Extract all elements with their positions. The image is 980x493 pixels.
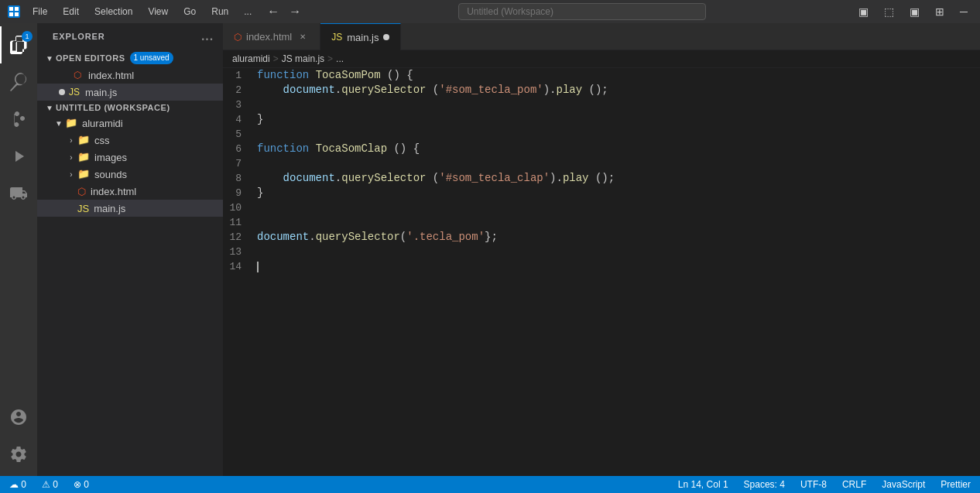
tree-folder-images[interactable]: › 📁 images [37,149,223,166]
tab-bar: ⬡ index.html ✕ JS main.js [223,23,980,50]
menu-more[interactable]: ... [238,5,258,19]
layout-sidebar-left-icon[interactable]: ▣ [854,4,873,19]
line-content: document.querySelector ('#som_tecla_clap… [254,171,980,186]
menu-go[interactable]: Go [177,5,202,19]
menu-view[interactable]: View [142,5,174,19]
open-editor-index-html[interactable]: ⬡ index.html [37,67,223,84]
line-content [254,127,980,142]
breadcrumb-root[interactable]: aluramidi [232,53,270,64]
status-errors[interactable]: ⊗ 0 [70,479,92,490]
nav-forward-button[interactable]: → [286,5,304,19]
line-number: 8 [223,171,254,186]
tree-file-index-html[interactable]: ⬡ index.html [37,183,223,200]
status-language[interactable]: JavaScript [879,479,928,490]
close-window-button[interactable]: ─ [955,4,972,19]
line-number: 2 [223,83,254,98]
code-line-10: 10 [223,200,980,215]
titlebar: File Edit Selection View Go Run ... ← → … [0,0,980,23]
nav-back-button[interactable]: ← [264,5,283,19]
open-editors-badge: 1 unsaved [130,52,173,64]
status-line-col[interactable]: Ln 14, Col 1 [675,479,732,490]
unsaved-indicator [59,89,65,95]
breadcrumb-symbol[interactable]: ... [336,53,344,64]
code-line-12: 12document.querySelector('.tecla_pom'}; [223,230,980,245]
folder-css-icon: 📁 [77,134,90,146]
sidebar-more-button[interactable]: ... [201,29,214,43]
open-editor-main-js-label: main.js [85,87,117,98]
code-line-4: 4} [223,112,980,127]
menu-file[interactable]: File [26,5,53,19]
line-number: 10 [223,200,254,215]
code-line-14: 14 [223,259,980,274]
tree-folder-css[interactable]: › 📁 css [37,132,223,149]
section-open-editors[interactable]: ▼ OPEN EDITORS 1 unsaved [37,50,223,67]
code-line-9: 9} [223,186,980,200]
tab-unsaved-dot [383,34,389,40]
activity-account[interactable] [0,399,37,436]
code-line-5: 5 [223,127,980,142]
text-cursor [257,262,259,272]
menu-selection[interactable]: Selection [88,5,139,19]
tab-js-icon: JS [331,32,342,43]
status-git[interactable]: ☁ 0 [6,479,29,490]
section-workspace-arrow: ▼ [43,104,56,112]
breadcrumb-file[interactable]: JS main.js [282,53,324,64]
tree-folder-css-label: css [94,135,110,146]
tab-html-icon: ⬡ [234,32,242,43]
html-file-icon: ⬡ [71,69,84,81]
activity-extensions[interactable] [0,175,37,212]
search-input[interactable] [458,3,706,20]
layout-panel-icon[interactable]: ⬚ [879,4,899,19]
activity-run-debug[interactable] [0,138,37,175]
tree-js-icon: JS [77,203,89,214]
folder-icon: 📁 [65,117,77,129]
activity-search[interactable] [0,63,37,101]
status-spaces[interactable]: Spaces: 4 [741,479,788,490]
svg-rect-0 [9,7,13,11]
line-number: 1 [223,68,254,83]
activity-explorer[interactable]: 1 [0,26,37,63]
menu-run[interactable]: Run [205,5,235,19]
status-formatter[interactable]: Prettier [937,479,974,490]
activity-settings[interactable] [0,436,37,473]
tree-file-main-js[interactable]: JS main.js [37,200,223,217]
open-editor-main-js[interactable]: JS main.js [37,84,223,101]
search-bar [317,3,848,20]
line-content: document.querySelector('.tecla_pom'}; [254,230,980,245]
line-number: 5 [223,127,254,142]
breadcrumb: aluramidi > JS main.js > ... [223,50,980,68]
code-line-11: 11 [223,215,980,230]
tree-folder-images-label: images [94,152,127,163]
svg-rect-1 [15,7,19,11]
tab-index-html[interactable]: ⬡ index.html ✕ [223,23,320,50]
section-workspace[interactable]: ▼ UNTITLED (WORKSPACE) [37,101,223,115]
line-number: 6 [223,142,254,156]
status-encoding[interactable]: UTF-8 [797,479,830,490]
menu-edit[interactable]: Edit [57,5,85,19]
code-line-7: 7 [223,156,980,171]
tree-folder-sounds[interactable]: › 📁 sounds [37,166,223,183]
menu-bar: File Edit Selection View Go Run ... [26,5,258,19]
layout-sidebar-right-icon[interactable]: ▣ [905,4,924,19]
status-warnings[interactable]: ⚠ 0 [39,479,61,490]
tree-root-aluramidi[interactable]: ▼ 📁 aluramidi [37,115,223,132]
section-open-editors-label: OPEN EDITORS [56,53,125,63]
line-number: 14 [223,259,254,274]
tab-index-html-close[interactable]: ✕ [296,31,309,43]
line-content [254,215,980,230]
tree-images-arrow: › [65,153,77,162]
layout-grid-icon[interactable]: ⊞ [930,4,949,19]
tree-root-label: aluramidi [82,118,123,129]
folder-images-icon: 📁 [77,151,90,163]
line-content [254,259,980,274]
code-editor[interactable]: 1function TocaSomPom () {2 document.quer… [223,68,980,476]
tab-main-js[interactable]: JS main.js [320,23,401,50]
explorer-badge: 1 [22,31,33,42]
activity-source-control[interactable] [0,101,37,138]
app-icon [8,5,20,18]
line-number: 4 [223,112,254,127]
window-controls: ▣ ⬚ ▣ ⊞ ─ [854,4,972,19]
svg-rect-2 [9,12,13,16]
status-eol[interactable]: CRLF [839,479,869,490]
code-line-13: 13 [223,245,980,259]
